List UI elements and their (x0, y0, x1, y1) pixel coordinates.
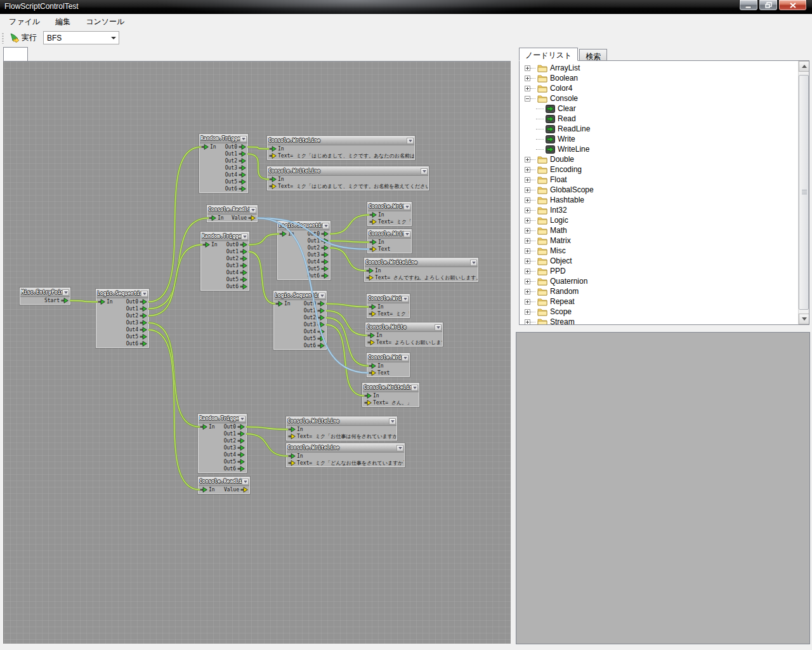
connection-flow[interactable] (249, 252, 275, 304)
expand-icon[interactable] (525, 319, 530, 325)
tree-item-Quaternion[interactable]: Quaternion (521, 276, 797, 286)
node-menu-button[interactable] (318, 293, 325, 299)
graph-node-wl1[interactable]: Console.WriteLine In Text= ミク「はじめまして、ミクで… (267, 136, 415, 160)
node-menu-button[interactable] (389, 418, 396, 425)
node-menu-button[interactable] (240, 136, 247, 142)
connection-flow[interactable] (330, 241, 369, 242)
node-menu-button[interactable] (322, 223, 329, 229)
expand-icon[interactable] (525, 299, 530, 305)
expand-icon[interactable] (525, 248, 530, 254)
graph-node-rt2[interactable]: Random.Trigger InOut0 Out1 Out2 Out3 Out… (200, 232, 249, 291)
output-port-Out3[interactable]: Out3 (225, 164, 246, 171)
graph-node-cw1[interactable]: Console.Write In Text= ミク「 (367, 202, 412, 226)
tree-item-Write[interactable]: Write (521, 134, 797, 144)
graph-node-ep[interactable]: Misc.EntryPoint Start (20, 288, 70, 305)
output-port-Out0[interactable]: Out0 (225, 143, 246, 150)
scroll-down-button[interactable] (799, 314, 809, 324)
tree-item-Boolean[interactable]: Boolean (521, 73, 797, 83)
output-port-Out3[interactable]: Out3 (126, 319, 147, 326)
tree-item-Hashtable[interactable]: Hashtable (521, 195, 797, 205)
expand-icon[interactable] (525, 197, 530, 203)
output-port-Out5[interactable]: Out5 (224, 458, 245, 465)
expand-icon[interactable] (525, 177, 530, 183)
node-title-bar[interactable]: Logic.Sequential (96, 289, 148, 298)
node-title-bar[interactable]: Console.ReadLine (199, 477, 249, 486)
output-port-Out4[interactable]: Out4 (308, 258, 329, 265)
node-menu-button[interactable] (402, 296, 409, 302)
graph-node-ls2[interactable]: Logic.Sequential InOut0 Out1 Out2 Out3 O… (277, 221, 331, 280)
graph-node-rt1[interactable]: Random.Trigger InOut0 Out1 Out2 Out3 Out… (199, 134, 248, 193)
collapse-icon[interactable] (525, 96, 530, 102)
graph-node-wl6[interactable]: Console.WriteLine In Text= ミク「どんなお仕事をされて… (286, 443, 405, 467)
input-port-In[interactable]: In (369, 362, 384, 369)
input-port-Text= ミク「お仕事は何をされていますか?」[interactable]: Text= ミク「お仕事は何をされていますか?」 (288, 433, 396, 440)
output-port-Out5[interactable]: Out5 (308, 265, 329, 272)
menu-edit[interactable]: 編集 (49, 14, 77, 30)
output-port-Out3[interactable]: Out3 (308, 251, 329, 258)
input-port-Text= ミク「[interactable]: Text= ミク「 (369, 218, 411, 225)
expand-icon[interactable] (525, 208, 530, 213)
node-title-bar[interactable]: Console.Write (366, 323, 442, 332)
expand-icon[interactable] (525, 238, 530, 244)
node-menu-button[interactable] (62, 289, 69, 296)
input-port-Text[interactable]: Text (369, 369, 390, 376)
connection-flow[interactable] (148, 323, 200, 427)
connection-flow[interactable] (326, 318, 369, 366)
output-port-Out2[interactable]: Out2 (225, 157, 246, 164)
output-port-Out4[interactable]: Out4 (224, 451, 245, 458)
tree-item-Object[interactable]: Object (521, 256, 797, 266)
tree-item-ArrayList[interactable]: ArrayList (521, 63, 797, 73)
input-port-In[interactable]: In (369, 239, 384, 246)
tree-item-ReadLine[interactable]: ReadLine (521, 124, 797, 134)
expand-icon[interactable] (525, 187, 530, 193)
graph-node-ls1[interactable]: Logic.Sequential InOut0 Out1 Out2 Out3 O… (96, 289, 149, 348)
output-port-Out4[interactable]: Out4 (126, 326, 147, 333)
node-title-bar[interactable]: Logic.Sequential (274, 291, 326, 300)
tree-item-Random[interactable]: Random (521, 286, 797, 296)
node-menu-button[interactable] (249, 207, 256, 213)
node-title-bar[interactable]: Random.Trigger (201, 232, 249, 241)
graph-node-cw5[interactable]: Console.Write In Text (367, 353, 410, 377)
graph-node-cw3[interactable]: Console.Write In Text= ミク「 (367, 294, 410, 318)
node-menu-button[interactable] (141, 291, 148, 297)
expand-icon[interactable] (525, 289, 530, 295)
input-port-In[interactable]: In (367, 332, 383, 339)
node-title-bar[interactable]: Logic.Sequential (278, 222, 330, 230)
output-port-Out2[interactable]: Out2 (224, 437, 245, 444)
connection-flow[interactable] (148, 147, 201, 302)
output-port-Out3[interactable]: Out3 (304, 321, 325, 328)
output-port-Out1[interactable]: Out1 (126, 305, 147, 312)
expand-icon[interactable] (525, 228, 530, 234)
node-title-bar[interactable]: Console.WriteLine (268, 136, 414, 145)
tree-item-GlobalScope[interactable]: GlobalScope (521, 185, 797, 195)
input-port-In[interactable]: In (98, 298, 113, 305)
graph-node-wl5[interactable]: Console.WriteLine In Text= ミク「お仕事は何をされてい… (286, 416, 397, 441)
output-port-Out6[interactable]: Out6 (226, 283, 247, 290)
output-port-Out5[interactable]: Out5 (225, 178, 246, 185)
input-port-In[interactable]: In (209, 215, 224, 222)
tree-item-Stream[interactable]: Stream (521, 317, 797, 325)
input-port-In[interactable]: In (288, 426, 303, 433)
output-port-Out5[interactable]: Out5 (126, 333, 147, 340)
input-port-In[interactable]: In (369, 303, 384, 310)
tree-item-Logic[interactable]: Logic (521, 215, 797, 225)
output-port-Out0[interactable]: Out0 (224, 423, 245, 430)
output-port-Value[interactable]: Value (224, 486, 248, 493)
input-port-In[interactable]: In (364, 392, 379, 399)
output-port-Out3[interactable]: Out3 (226, 262, 247, 269)
tree-item-PPD[interactable]: PPD (521, 266, 797, 276)
output-port-Out2[interactable]: Out2 (308, 244, 329, 251)
graph-node-rl2[interactable]: Console.ReadLine InValue (198, 477, 250, 494)
node-menu-button[interactable] (403, 204, 410, 210)
input-port-In[interactable]: In (200, 423, 215, 430)
graph-node-rl1[interactable]: Console.ReadLine InValue (207, 205, 258, 222)
node-menu-button[interactable] (402, 355, 409, 361)
expand-icon[interactable] (525, 258, 530, 264)
tab-node-list[interactable]: ノードリスト (519, 48, 578, 61)
output-port-Out4[interactable]: Out4 (225, 171, 246, 178)
output-port-Out1[interactable]: Out1 (308, 237, 329, 244)
tree-item-Int32[interactable]: Int32 (521, 205, 797, 215)
output-port-Out2[interactable]: Out2 (226, 255, 247, 262)
connection-flow[interactable] (330, 248, 366, 271)
output-port-Out5[interactable]: Out5 (304, 335, 325, 342)
